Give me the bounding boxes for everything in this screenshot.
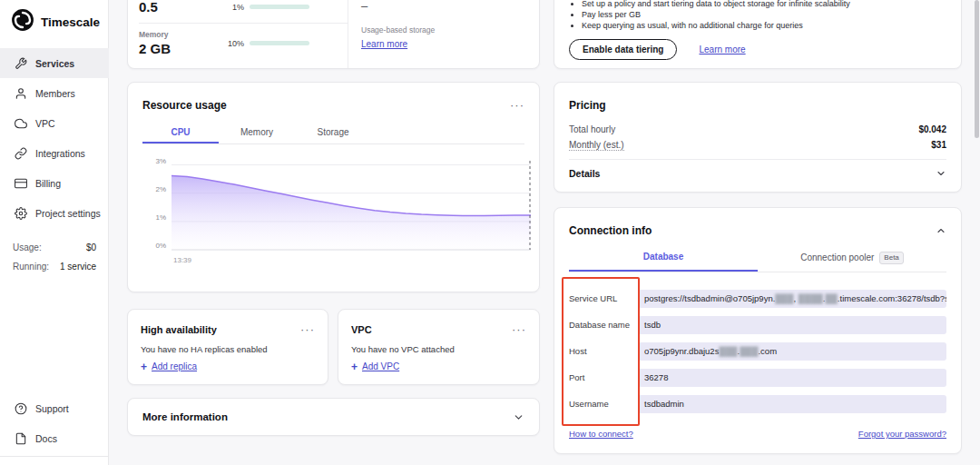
enable-data-tiering-button[interactable]: Enable data tiering <box>569 39 677 60</box>
monthly-estimate-value: $31 <box>931 140 946 150</box>
overflow-menu-icon[interactable]: ··· <box>510 101 524 110</box>
host-row: Host o705jp9ynr.dbaju2s███.███.com <box>569 338 946 364</box>
vpc-title: VPC <box>351 324 372 335</box>
port-label: Port <box>569 372 638 382</box>
database-name-row: Database name tsdb <box>569 312 946 338</box>
add-vpc-action[interactable]: + Add VPC <box>351 361 526 371</box>
service-url-row: Service URL postgres://tsdbadmin@o705jp9… <box>569 285 946 312</box>
usage-label: Usage: <box>13 242 42 252</box>
sidebar-item-docs[interactable]: Docs <box>0 423 109 453</box>
more-information-card[interactable]: More information <box>127 398 540 436</box>
storage-value: – <box>361 0 528 13</box>
tab-memory[interactable]: Memory <box>219 122 295 143</box>
tab-cpu[interactable]: CPU <box>142 122 219 143</box>
scrollbar[interactable] <box>975 0 979 138</box>
beta-badge: Beta <box>879 252 903 264</box>
details-label: Details <box>569 168 600 179</box>
sidebar-item-support[interactable]: Support <box>0 393 109 423</box>
sidebar-item-label: Support <box>35 403 69 414</box>
connection-fields: Service URL postgres://tsdbadmin@o705jp9… <box>569 285 946 417</box>
ha-empty-text: You have no HA replicas enabled <box>141 344 315 354</box>
tab-connection-pooler[interactable]: Connection poolerBeta <box>758 246 946 272</box>
resource-usage-title: Resource usage <box>142 99 227 112</box>
tab-storage[interactable]: Storage <box>295 122 371 143</box>
host-value[interactable]: o705jp9ynr.dbaju2s███.███.com <box>638 342 946 361</box>
storage-learn-more-link[interactable]: Learn more <box>361 39 407 49</box>
sidebar-item-label: Members <box>35 88 75 99</box>
total-hourly-value: $0.042 <box>918 124 946 134</box>
usage-summary: Usage: $0 Running: 1 service <box>0 238 109 276</box>
credit-card-icon <box>15 177 27 190</box>
memory-label: Memory <box>139 30 226 39</box>
memory-usage-bar: 10% <box>226 39 309 48</box>
sidebar-footer-nav: Support Docs <box>0 393 109 453</box>
document-icon <box>15 432 27 445</box>
port-value[interactable]: 36278 <box>638 369 946 387</box>
plus-icon: + <box>351 362 358 371</box>
total-hourly-label: Total hourly <box>569 124 615 134</box>
compute-metrics: 0.5 1% Memory 2 GB 10% <box>139 0 348 68</box>
overflow-menu-icon[interactable]: ··· <box>300 325 315 334</box>
tiering-actions: Enable data tiering Learn more <box>569 39 946 60</box>
compute-overview-card: 0.5 1% Memory 2 GB 10% – Usage-bas <box>127 0 540 69</box>
service-url-value[interactable]: postgres://tsdbadmin@o705jp9yn.███, ████… <box>638 290 946 308</box>
timescale-logo-icon <box>11 8 34 35</box>
tab-database-label: Database <box>643 252 683 262</box>
username-label: Username <box>569 399 638 409</box>
sidebar-item-label: Integrations <box>35 148 85 159</box>
sidebar-item-project-settings[interactable]: Project settings <box>0 198 109 228</box>
brand[interactable]: Timescale <box>11 8 100 35</box>
cpu-usage-percent: 1% <box>226 3 244 12</box>
data-tiering-card: Set up a policy and start tiering data t… <box>554 0 962 69</box>
vpc-empty-text: You have no VPC attached <box>351 344 526 354</box>
memory-usage-percent: 10% <box>226 39 244 48</box>
chevron-down-icon <box>513 411 524 423</box>
link-icon <box>15 147 27 160</box>
username-value[interactable]: tsdbadmin <box>638 395 946 413</box>
memory-value: 2 GB <box>139 41 226 56</box>
high-availability-title: High availability <box>141 324 217 335</box>
storage-summary: – Usage-based storage Learn more <box>348 0 528 68</box>
cpu-value: 0.5 <box>139 0 226 15</box>
progress-track <box>250 41 309 45</box>
resource-usage-tabs: CPU Memory Storage <box>142 122 524 144</box>
sidebar-item-billing[interactable]: Billing <box>0 168 109 198</box>
y-axis-tick: 1% <box>142 213 166 222</box>
chevron-up-icon[interactable] <box>936 225 946 236</box>
x-axis-tick: 13:39 <box>173 256 191 264</box>
gear-icon <box>15 207 27 220</box>
tiering-benefits-list: Set up a policy and start tiering data t… <box>569 0 946 31</box>
add-replica-link[interactable]: Add replica <box>152 361 197 371</box>
tiering-bullet: Set up a policy and start tiering data t… <box>582 0 946 9</box>
pricing-details-toggle[interactable]: Details <box>569 168 946 179</box>
sidebar-nav: Services Members VPC Integrations Billin… <box>0 48 109 228</box>
monthly-estimate-label: Monthly (est.) <box>569 140 624 151</box>
memory-value-block: Memory 2 GB <box>139 30 226 56</box>
forgot-password-link[interactable]: Forgot your password? <box>858 429 946 439</box>
sidebar-item-members[interactable]: Members <box>0 78 109 108</box>
plus-icon: + <box>141 362 147 371</box>
tiering-learn-more-link[interactable]: Learn more <box>699 45 745 54</box>
area-chart-svg <box>172 159 534 253</box>
cpu-metric-row: 0.5 1% <box>139 0 348 15</box>
database-name-value[interactable]: tsdb <box>638 316 946 334</box>
how-to-connect-link[interactable]: How to connect? <box>569 429 633 439</box>
tab-connection-pooler-label: Connection pooler <box>800 252 874 262</box>
cloud-icon <box>15 117 27 130</box>
storage-label: Usage-based storage <box>361 25 528 35</box>
sidebar: Timescale Services Members VPC Integrati… <box>0 0 109 465</box>
tab-database[interactable]: Database <box>569 246 758 272</box>
port-row: Port 36278 <box>569 364 946 391</box>
main-content: 0.5 1% Memory 2 GB 10% – Usage-bas <box>109 0 980 465</box>
add-vpc-link[interactable]: Add VPC <box>362 361 399 371</box>
more-information-title: More information <box>142 411 228 422</box>
cpu-usage-bar: 1% <box>226 3 309 12</box>
cpu-usage-chart: 3% 2% 1% 0% 13:39 <box>142 155 524 270</box>
sidebar-item-services[interactable]: Services <box>0 48 109 78</box>
high-availability-card: High availability ··· You have no HA rep… <box>127 309 328 385</box>
sidebar-item-vpc[interactable]: VPC <box>0 108 109 138</box>
sidebar-item-integrations[interactable]: Integrations <box>0 138 109 168</box>
add-replica-action[interactable]: + Add replica <box>141 361 315 371</box>
overflow-menu-icon[interactable]: ··· <box>512 325 526 334</box>
y-axis-tick: 3% <box>142 157 166 165</box>
